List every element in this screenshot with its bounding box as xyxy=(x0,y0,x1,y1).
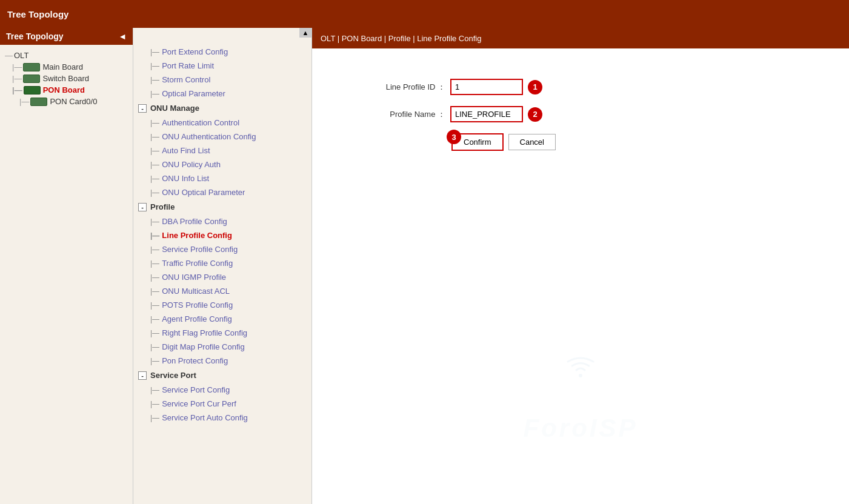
nav-onu-optical-parameter[interactable]: |— ONU Optical Parameter xyxy=(133,185,311,199)
sidebar-item-switch-board[interactable]: |— Switch Board xyxy=(2,73,130,84)
profile-expand-icon: - xyxy=(138,203,147,211)
olt-label: OLT xyxy=(14,51,28,60)
main-board-dash: |— xyxy=(12,62,22,71)
sidebar-tree: — OLT |— Main Board |— Switch Board |— P… xyxy=(0,45,133,112)
form-area: Line Profile ID ： 1 Profile Name ： 2 3 C… xyxy=(324,61,837,169)
scroll-up-arrow[interactable]: ▲ xyxy=(299,28,311,38)
pon-board-label: PON Board xyxy=(43,85,85,94)
connector-5: |— xyxy=(150,119,159,127)
profile-name-row: Profile Name ： 2 xyxy=(348,106,813,122)
breadcrumb-text: OLT | PON Board | Profile | Line Profile… xyxy=(321,34,481,43)
nav-agent-profile-config-label: Agent Profile Config xyxy=(162,314,232,323)
sidebar-item-olt[interactable]: — OLT xyxy=(2,50,130,61)
service-port-items: |— Service Port Config |— Service Port C… xyxy=(133,383,311,425)
connector-8: |— xyxy=(150,161,159,169)
nav-section-profile-label: Profile xyxy=(150,202,175,211)
nav-onu-authentication-config[interactable]: |— ONU Authentication Config xyxy=(133,130,311,144)
nav-section-service-port-label: Service Port xyxy=(150,371,196,380)
nav-agent-profile-config[interactable]: |— Agent Profile Config xyxy=(133,312,311,326)
connector-22: |— xyxy=(150,386,159,394)
breadcrumb: OLT | PON Board | Profile | Line Profile… xyxy=(312,28,849,48)
nav-onu-multicast-acl-label: ONU Multicast ACL xyxy=(162,287,230,296)
connector-19: |— xyxy=(150,329,159,337)
profile-name-input[interactable] xyxy=(450,106,523,122)
connector-2: |— xyxy=(150,62,159,70)
nav-port-extend-config[interactable]: |— Port Extend Config xyxy=(133,45,311,59)
nav-onu-igmp-profile[interactable]: |— ONU IGMP Profile xyxy=(133,270,311,284)
nav-traffic-profile-config[interactable]: |— Traffic Profile Config xyxy=(133,256,311,270)
nav-storm-control[interactable]: |— Storm Control xyxy=(133,73,311,87)
watermark-wifi-icon xyxy=(565,356,596,386)
connector-20: |— xyxy=(150,343,159,351)
nav-onu-policy-auth-label: ONU Policy Auth xyxy=(162,160,221,169)
nav-service-port-cur-perf[interactable]: |— Service Port Cur Perf xyxy=(133,397,311,411)
main-board-icon xyxy=(23,63,40,71)
line-profile-id-input[interactable] xyxy=(450,79,523,95)
main-content: ForoISP Line Profile ID ： 1 Profile Name… xyxy=(312,48,849,504)
nav-port-rate-limit[interactable]: |— Port Rate Limit xyxy=(133,59,311,73)
nav-dba-profile-config[interactable]: |— DBA Profile Config xyxy=(133,214,311,228)
nav-optical-parameter[interactable]: |— Optical Parameter xyxy=(133,87,311,101)
sidebar-arrow[interactable]: ◄ xyxy=(118,31,127,41)
connector-9: |— xyxy=(150,174,159,183)
connector-1: |— xyxy=(150,48,159,56)
main-board-label: Main Board xyxy=(42,62,82,71)
nav-onu-multicast-acl[interactable]: |— ONU Multicast ACL xyxy=(133,284,311,298)
header-title: Tree Topology xyxy=(7,9,68,19)
nav-traffic-profile-config-label: Traffic Profile Config xyxy=(162,259,233,268)
nav-section-profile[interactable]: - Profile xyxy=(133,199,311,214)
sidebar-item-main-board[interactable]: |— Main Board xyxy=(2,61,130,73)
profile-name-label: Profile Name ： xyxy=(348,109,445,120)
connector-10: |— xyxy=(150,188,159,197)
watermark-text: ForoISP xyxy=(523,410,638,443)
connector-12: |— xyxy=(150,231,159,240)
line-profile-id-row: Line Profile ID ： 1 xyxy=(348,79,813,95)
nav-digit-map-profile-config[interactable]: |— Digit Map Profile Config xyxy=(133,340,311,354)
nav-right-flag-profile-config[interactable]: |— Right Flag Profile Config xyxy=(133,326,311,340)
nav-section-onu-manage-label: ONU Manage xyxy=(150,104,199,113)
nav-onu-info-list[interactable]: |— ONU Info List xyxy=(133,171,311,185)
pon-card-icon xyxy=(30,98,47,106)
nav-pots-profile-config[interactable]: |— POTS Profile Config xyxy=(133,298,311,312)
pon-board-icon xyxy=(24,86,41,94)
nav-onu-policy-auth[interactable]: |— ONU Policy Auth xyxy=(133,158,311,171)
nav-pon-protect-config[interactable]: |— Pon Protect Config xyxy=(133,354,311,368)
sidebar-item-pon-board[interactable]: |— PON Board xyxy=(2,84,130,96)
switch-board-label: Switch Board xyxy=(42,74,89,83)
cancel-button[interactable]: Cancel xyxy=(508,134,556,150)
sidebar-title: Tree Topology xyxy=(6,31,64,41)
connector-21: |— xyxy=(150,357,159,365)
nav-service-port-config[interactable]: |— Service Port Config xyxy=(133,383,311,397)
nav-port-rate-limit-label: Port Rate Limit xyxy=(162,61,214,70)
watermark-label: ForoISP xyxy=(523,414,638,442)
nav-authentication-control[interactable]: |— Authentication Control xyxy=(133,116,311,130)
sidebar-item-pon-card[interactable]: |— PON Card0/0 xyxy=(2,96,130,107)
nav-section-service-port[interactable]: - Service Port xyxy=(133,368,311,383)
nav-panel: ▲ |— Port Extend Config |— Port Rate Lim… xyxy=(133,28,312,504)
switch-board-dash: |— xyxy=(12,74,22,83)
nav-port-extend-config-label: Port Extend Config xyxy=(162,47,228,56)
nav-service-port-cur-perf-label: Service Port Cur Perf xyxy=(162,399,236,408)
nav-line-profile-config[interactable]: |— Line Profile Config xyxy=(133,228,311,242)
nav-service-profile-config-label: Service Profile Config xyxy=(162,245,238,254)
nav-service-port-auto-config-label: Service Port Auto Config xyxy=(162,413,248,422)
nav-auto-find-list[interactable]: |— Auto Find List xyxy=(133,144,311,158)
nav-onu-info-list-label: ONU Info List xyxy=(162,174,209,183)
connector-15: |— xyxy=(150,273,159,282)
onu-manage-expand-icon: - xyxy=(138,104,147,113)
pon-card-dash: |— xyxy=(19,97,29,106)
nav-service-port-auto-config[interactable]: |— Service Port Auto Config xyxy=(133,411,311,425)
connector-18: |— xyxy=(150,315,159,323)
nav-onu-authentication-config-label: ONU Authentication Config xyxy=(162,132,256,141)
nav-onu-optical-parameter-label: ONU Optical Parameter xyxy=(162,188,245,197)
nav-section-onu-manage[interactable]: - ONU Manage xyxy=(133,101,311,116)
nav-digit-map-profile-config-label: Digit Map Profile Config xyxy=(162,342,245,351)
nav-service-profile-config[interactable]: |— Service Profile Config xyxy=(133,242,311,256)
onu-manage-items: |— Authentication Control |— ONU Authent… xyxy=(133,116,311,199)
connector-17: |— xyxy=(150,301,159,310)
pon-board-dash: |— xyxy=(12,85,22,94)
svg-point-0 xyxy=(579,374,582,377)
nav-onu-igmp-profile-label: ONU IGMP Profile xyxy=(162,273,226,282)
badge-3: 3 xyxy=(447,130,461,144)
connector-11: |— xyxy=(150,217,159,226)
